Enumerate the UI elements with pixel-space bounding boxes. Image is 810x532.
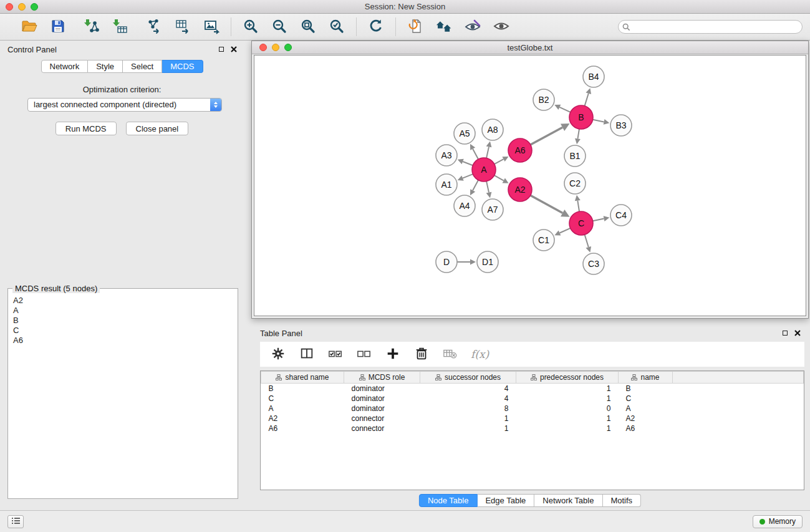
mcds-result-item[interactable]: C <box>13 326 233 336</box>
table-tab-network-table[interactable]: Network Table <box>534 494 602 507</box>
deselect-all-button[interactable] <box>355 345 374 364</box>
clipboard-document-icon <box>407 18 423 36</box>
zoom-out-button[interactable] <box>270 17 289 36</box>
add-column-button[interactable] <box>383 345 402 364</box>
graph-edge-arrowhead <box>586 246 591 253</box>
column-header-predecessor-nodes[interactable]: predecessor nodes <box>516 372 619 384</box>
mcds-result-item[interactable]: A6 <box>13 336 233 346</box>
graph-edge-A-A6[interactable] <box>494 159 504 164</box>
annotation-mode-button[interactable] <box>463 17 482 36</box>
graph-node-label-C3: C3 <box>588 259 599 269</box>
close-network-window-button[interactable] <box>259 44 267 51</box>
export-network-button[interactable] <box>145 17 163 36</box>
close-panel-action-button[interactable]: Close panel <box>126 122 189 135</box>
graph-edge-C-C1[interactable] <box>560 228 571 233</box>
import-table-button[interactable] <box>111 17 130 36</box>
graph-edge-C-C2[interactable] <box>577 201 579 212</box>
table-row[interactable]: A6connector11A6 <box>261 423 804 433</box>
delete-table-button[interactable] <box>441 345 460 364</box>
tab-style[interactable]: Style <box>88 60 123 73</box>
graph-edge-arrowhead <box>486 142 492 148</box>
show-columns-button[interactable] <box>297 345 316 364</box>
export-image-button[interactable] <box>202 17 221 36</box>
import-network-button[interactable] <box>82 17 101 36</box>
window-controls <box>6 3 38 11</box>
mcds-result-item[interactable]: B <box>13 316 233 326</box>
zoom-network-window-button[interactable] <box>284 44 292 51</box>
graph-node-label-A7: A7 <box>487 205 498 215</box>
tab-select[interactable]: Select <box>123 60 162 73</box>
graph-edge-A-A2[interactable] <box>494 175 504 180</box>
graph-edge-A-A4[interactable] <box>473 180 478 191</box>
graph-edge-A-A5[interactable] <box>473 149 478 160</box>
network-graph: AA1A2A3A4A5A6A7A8BB1B2B3B4CC1C2C3C4DD1 <box>254 56 806 316</box>
run-mcds-button[interactable]: Run MCDS <box>55 122 117 135</box>
select-all-button[interactable] <box>326 345 345 364</box>
graph-edge-arrowhead <box>575 138 581 145</box>
graph-edge-B-B4[interactable] <box>585 94 589 106</box>
show-hide-details-button[interactable] <box>492 17 511 36</box>
table-row[interactable]: Adominator80A <box>261 404 804 414</box>
table-settings-button[interactable] <box>269 345 287 364</box>
graph-node-label-B4: B4 <box>588 72 599 82</box>
graph-edge-A-A3[interactable] <box>463 162 473 165</box>
table-row[interactable]: Bdominator41B <box>261 384 804 394</box>
graph-edge-B-B3[interactable] <box>593 120 604 122</box>
show-panels-button[interactable] <box>7 515 24 528</box>
table-panel: Table Panel <box>251 324 809 510</box>
close-panel-button[interactable] <box>229 45 239 54</box>
network-canvas[interactable]: AA1A2A3A4A5A6A7A8BB1B2B3B4CC1C2C3C4DD1 <box>254 55 806 316</box>
memory-button[interactable]: Memory <box>753 515 803 528</box>
graph-edge-B-B1[interactable] <box>577 129 579 139</box>
mcds-result-item[interactable]: A2 <box>13 296 233 306</box>
column-header-mcds-role[interactable]: MCDS role <box>344 372 420 384</box>
graph-edge-B-B2[interactable] <box>559 107 570 112</box>
table-tab-motifs[interactable]: Motifs <box>602 494 641 507</box>
column-header-name[interactable]: name <box>619 372 673 384</box>
open-session-button[interactable] <box>20 17 39 36</box>
tab-network[interactable]: Network <box>41 60 88 73</box>
zoom-fit-button[interactable] <box>299 17 317 36</box>
zoom-selected-button[interactable] <box>327 17 346 36</box>
apply-layout-button[interactable] <box>367 17 385 36</box>
zoom-in-button[interactable] <box>241 17 260 36</box>
graph-edge-A6-B[interactable] <box>531 127 562 145</box>
table-tab-edge-table[interactable]: Edge Table <box>477 494 534 507</box>
node-table: shared nameMCDS rolesuccessor nodesprede… <box>261 371 804 433</box>
control-panel-tabs: NetworkStyleSelectMCDS <box>41 60 203 73</box>
table-row[interactable]: Cdominator41C <box>261 394 804 404</box>
float-panel-button[interactable] <box>216 45 226 54</box>
column-header-successor-nodes[interactable]: successor nodes <box>420 372 516 384</box>
titlebar: Session: New Session <box>0 0 810 14</box>
delete-column-button[interactable] <box>412 345 431 364</box>
float-icon <box>219 47 224 52</box>
minimize-window-button[interactable] <box>18 3 26 11</box>
graph-edge-A-A8[interactable] <box>486 147 489 158</box>
graph-edge-C-C4[interactable] <box>593 219 604 221</box>
zoom-window-button[interactable] <box>31 3 38 11</box>
column-header-shared-name[interactable]: shared name <box>261 372 344 384</box>
criterion-dropdown[interactable]: largest connected component (directed) <box>27 98 222 112</box>
session-group <box>12 17 75 36</box>
zoom-group <box>234 17 354 36</box>
search-input[interactable] <box>618 20 803 34</box>
graph-edge-A2-C[interactable] <box>531 195 563 213</box>
minimize-network-window-button[interactable] <box>272 44 279 51</box>
function-builder-button[interactable]: f(x) <box>470 345 489 364</box>
table-row[interactable]: A2connector11A2 <box>261 414 804 423</box>
close-window-button[interactable] <box>6 3 13 11</box>
graph-edge-arrowhead <box>470 259 476 265</box>
save-session-button[interactable] <box>49 17 67 36</box>
mcds-result-item[interactable]: A <box>13 306 233 316</box>
control-panel: Control Panel NetworkStyleSelectMCDS Opt… <box>0 41 244 510</box>
network-from-clipboard-button[interactable] <box>406 17 425 36</box>
graph-edge-A-A7[interactable] <box>486 181 489 193</box>
table-tab-node-table[interactable]: Node Table <box>419 494 478 507</box>
graph-edge-C-C3[interactable] <box>585 235 589 247</box>
float-table-panel-button[interactable] <box>780 329 790 337</box>
export-table-button[interactable] <box>173 17 192 36</box>
close-table-panel-button[interactable] <box>793 329 803 337</box>
graph-edge-A-A1[interactable] <box>463 174 473 178</box>
tab-mcds[interactable]: MCDS <box>162 60 203 73</box>
home-button[interactable] <box>435 17 453 36</box>
